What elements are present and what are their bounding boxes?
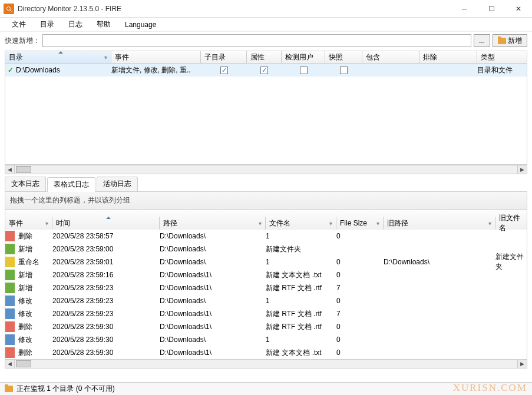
log-row[interactable]: 删除2020/5/28 23:58:57D:\Downloads\10 xyxy=(5,230,527,243)
log-time: 2020/5/28 23:59:23 xyxy=(52,297,160,305)
log-col-event[interactable]: 事件▾ xyxy=(5,217,52,230)
log-oldpath: D:\Downloads\ xyxy=(384,258,495,266)
log-time: 2020/5/28 23:58:57 xyxy=(52,232,160,240)
window-title: Directory Monitor 2.13.5.0 - FIRE xyxy=(18,5,451,13)
log-filesize: 0 xyxy=(336,258,384,266)
log-row[interactable]: 修改2020/5/28 23:59:23D:\Downloads\10 xyxy=(5,294,527,307)
event-color-band xyxy=(5,270,15,280)
log-path: D:\Downloads\ xyxy=(160,297,266,305)
log-oldfile: 新建文件夹 xyxy=(495,252,527,272)
col-detect[interactable]: 检测用户 xyxy=(282,51,325,63)
log-filesize: 0 xyxy=(336,348,384,357)
filter-icon[interactable]: ▾ xyxy=(376,220,379,227)
log-col-filename[interactable]: 文件名▾ xyxy=(266,217,336,230)
log-time: 2020/5/28 23:59:01 xyxy=(52,258,160,266)
log-filesize: 0 xyxy=(336,297,384,305)
filter-icon[interactable]: ▾ xyxy=(488,220,491,227)
tab-text-log[interactable]: 文本日志 xyxy=(5,177,46,191)
log-path: D:\Downloads\ xyxy=(160,258,266,266)
log-filename: 新建文件夹 xyxy=(266,244,336,254)
log-event: 修改 xyxy=(18,335,32,345)
quick-add-input[interactable] xyxy=(42,34,471,47)
tab-table-log[interactable]: 表格式日志 xyxy=(47,177,95,192)
menu-file[interactable]: 文件 xyxy=(6,18,32,31)
log-col-path[interactable]: 路径▾ xyxy=(160,217,266,230)
log-filesize: 0 xyxy=(336,323,384,331)
log-time: 2020/5/28 23:59:30 xyxy=(52,348,160,357)
log-col-oldfile[interactable]: 旧文件名 xyxy=(495,217,527,230)
log-event: 新增 xyxy=(18,270,32,280)
checkbox-snapshot[interactable] xyxy=(340,67,348,74)
log-row[interactable]: 新增2020/5/28 23:59:23D:\Downloads\1\新建 RT… xyxy=(5,281,527,294)
log-path: D:\Downloads\ xyxy=(160,232,266,240)
log-event: 删除 xyxy=(18,322,32,332)
group-hint: 拖拽一个这里的列标题，并以该列分组 xyxy=(5,191,527,210)
col-directory[interactable]: 目录▾ xyxy=(5,51,111,63)
h-scrollbar-bottom[interactable]: ◀▶ xyxy=(5,359,527,369)
log-time: 2020/5/28 23:59:23 xyxy=(52,284,160,292)
log-path: D:\Downloads\1\ xyxy=(160,284,266,292)
browse-button[interactable]: ... xyxy=(474,34,490,47)
menu-log[interactable]: 日志 xyxy=(62,18,88,31)
checkmark-icon: ✓ xyxy=(8,66,14,74)
close-button[interactable]: ✕ xyxy=(505,0,532,18)
filter-icon[interactable]: ▾ xyxy=(45,220,48,227)
col-include[interactable]: 包含 xyxy=(362,51,419,63)
minimize-button[interactable]: ─ xyxy=(451,0,478,18)
event-color-band xyxy=(5,321,15,332)
directory-events: 新增文件, 修改, 删除, 重.. xyxy=(111,65,201,75)
event-color-band xyxy=(5,231,15,241)
directory-grid-header: 目录▾ 事件 子目录 属性 检测用户 快照 包含 排除 类型 xyxy=(5,51,527,64)
menu-help[interactable]: 帮助 xyxy=(91,18,117,31)
menu-bar: 文件 目录 日志 帮助 Language xyxy=(0,18,532,32)
sort-asc-icon xyxy=(106,217,111,219)
col-type[interactable]: 类型 xyxy=(477,51,527,63)
tab-activity-log[interactable]: 活动日志 xyxy=(97,177,138,191)
status-text: 正在监视 1 个目录 (0 个不可用) xyxy=(16,384,115,394)
svg-line-1 xyxy=(10,9,12,11)
filter-icon[interactable]: ▾ xyxy=(104,54,107,61)
log-filename: 1 xyxy=(266,297,336,305)
log-row[interactable]: 删除2020/5/28 23:59:30D:\Downloads\1\新建 RT… xyxy=(5,320,527,333)
log-filename: 新建 RTF 文档 .rtf xyxy=(266,309,336,319)
directory-path: D:\Downloads xyxy=(16,66,60,74)
log-row[interactable]: 重命名2020/5/28 23:59:01D:\Downloads\10D:\D… xyxy=(5,255,527,268)
log-filename: 1 xyxy=(266,232,336,240)
maximize-button[interactable]: ☐ xyxy=(478,0,505,18)
log-row[interactable]: 新增2020/5/28 23:59:16D:\Downloads\1\新建 文本… xyxy=(5,268,527,281)
event-color-band xyxy=(5,296,15,306)
log-filesize: 7 xyxy=(336,284,384,292)
log-row[interactable]: 修改2020/5/28 23:59:30D:\Downloads\10 xyxy=(5,333,527,346)
log-col-filesize[interactable]: File Size▾ xyxy=(336,217,384,230)
log-row[interactable]: 修改2020/5/28 23:59:23D:\Downloads\1\新建 RT… xyxy=(5,307,527,320)
folder-icon xyxy=(498,38,506,44)
add-button[interactable]: 新增 xyxy=(493,34,527,47)
log-event: 修改 xyxy=(18,296,32,306)
log-path: D:\Downloads\1\ xyxy=(160,323,266,331)
log-tabs: 文本日志 表格式日志 活动日志 xyxy=(5,177,527,191)
directory-grid-empty xyxy=(5,77,527,165)
filter-icon[interactable]: ▾ xyxy=(329,220,332,227)
col-snapshot[interactable]: 快照 xyxy=(325,51,362,63)
col-attr[interactable]: 属性 xyxy=(247,51,282,63)
h-scrollbar-top[interactable]: ◀▶ xyxy=(5,165,527,174)
log-event: 新增 xyxy=(18,283,32,293)
col-exclude[interactable]: 排除 xyxy=(419,51,477,63)
checkbox-subdir[interactable] xyxy=(220,67,228,74)
log-row[interactable]: 删除2020/5/28 23:59:30D:\Downloads\1\新建 文本… xyxy=(5,346,527,359)
log-col-oldpath[interactable]: 旧路径▾ xyxy=(384,217,495,230)
directory-row[interactable]: ✓D:\Downloads 新增文件, 修改, 删除, 重.. 目录和文件 xyxy=(5,64,527,77)
checkbox-attr[interactable] xyxy=(260,67,268,74)
log-col-time[interactable]: 时间 xyxy=(52,217,160,230)
filter-icon[interactable]: ▾ xyxy=(259,220,262,227)
event-color-band xyxy=(5,244,15,254)
col-subdir[interactable]: 子目录 xyxy=(201,51,247,63)
menu-directory[interactable]: 目录 xyxy=(34,18,60,31)
menu-language[interactable]: Language xyxy=(119,19,162,30)
event-color-band xyxy=(5,347,15,358)
checkbox-detect[interactable] xyxy=(300,67,308,74)
log-row[interactable]: 新增2020/5/28 23:59:00D:\Downloads\新建文件夹 xyxy=(5,243,527,255)
col-events[interactable]: 事件 xyxy=(111,51,201,63)
log-path: D:\Downloads\1\ xyxy=(160,310,266,318)
log-filesize: 0 xyxy=(336,336,384,344)
